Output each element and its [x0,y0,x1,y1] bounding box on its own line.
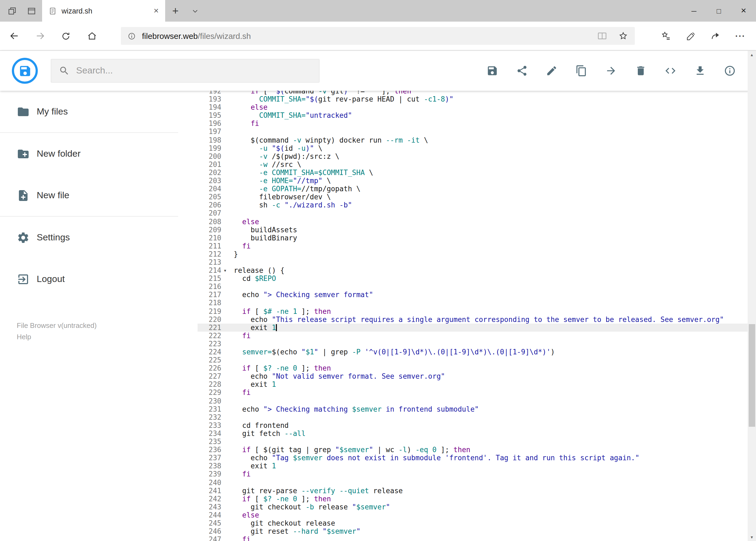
sidebar-item-new-file[interactable]: New file [0,175,178,216]
code-line[interactable]: 205 filebrowser/dev \ [197,193,747,201]
code-line[interactable]: 204 -e GOPATH=//tmp/gopath \ [197,185,747,193]
help-link[interactable]: Help [17,332,178,343]
tab-close-icon[interactable]: × [152,6,160,16]
browser-tab[interactable]: wizard.sh × [42,0,165,22]
code-line[interactable]: 238 exit 1 [197,462,747,470]
source-code-button[interactable] [664,65,676,77]
scroll-up-arrow[interactable]: ▲ [748,51,756,59]
code-line[interactable]: 228 exit 1 [197,380,747,389]
window-close-button[interactable]: × [731,0,756,22]
move-button[interactable] [605,65,617,77]
tab-preview-icon[interactable] [23,0,40,22]
share-button[interactable] [516,65,528,77]
code-line[interactable]: 219 if [ $# -ne 1 ]; then [197,307,747,315]
search-input[interactable] [76,65,312,76]
code-line[interactable]: 218 [197,299,747,307]
code-line[interactable]: 231 echo "> Checking matching $semver in… [197,405,747,413]
code-line[interactable]: 239 fi [197,470,747,478]
code-line[interactable]: 235 [197,437,747,446]
sidebar-item-my-files[interactable]: My files [0,91,178,132]
share-icon[interactable] [703,23,728,49]
sidebar-item-settings[interactable]: Settings [0,217,178,258]
code-line[interactable]: 220 echo "This release script requires a… [197,315,747,323]
delete-button[interactable] [634,65,646,77]
code-line[interactable]: 234 git fetch --all [197,429,747,437]
set-tabs-aside-icon[interactable] [3,0,21,22]
code-line[interactable]: 194 else [197,103,747,111]
code-line[interactable]: 224 semver=$(echo "$1" | grep -P '^v(0|[… [197,348,747,356]
info-button[interactable] [724,65,735,77]
code-line[interactable]: 226 if [ $? -ne 0 ]; then [197,364,747,372]
download-button[interactable] [694,65,706,77]
back-button[interactable] [1,23,27,49]
code-line[interactable]: 211 fi [197,242,747,250]
minimize-button[interactable]: ─ [681,0,706,22]
code-line[interactable]: 217 echo "> Checking semver format" [197,291,747,299]
code-line[interactable]: 207 [197,209,747,218]
code-line[interactable]: 213 [197,258,747,266]
sidebar-item-new-folder[interactable]: New folder [0,133,178,175]
hub-favorites-icon[interactable] [653,23,678,49]
code-line[interactable]: 237 echo "Tag $semver does not exist in … [197,454,747,462]
address-bar[interactable]: filebrowser.web/files/wizard.sh [121,27,635,45]
code-line[interactable]: 212} [197,250,747,258]
site-info-icon[interactable] [127,32,136,40]
code-line[interactable]: 216 [197,283,747,291]
code-line[interactable]: 206 sh -c "./wizard.sh -b" [197,201,747,209]
tab-chevron-icon[interactable] [186,0,204,22]
code-line[interactable]: 244 else [197,511,747,519]
maximize-button[interactable]: □ [706,0,731,22]
code-editor[interactable]: 192 if [ "$(command -v git)" != "" ]; th… [178,91,756,541]
code-line[interactable]: 215 cd $REPO [197,274,747,282]
more-menu-icon[interactable]: ··· [728,23,753,49]
refresh-button[interactable] [53,23,79,49]
code-line[interactable]: 210 buildBinary [197,234,747,242]
code-line[interactable]: 225 [197,356,747,364]
code-line[interactable]: 227 echo "Not valid semver format. See s… [197,372,747,380]
reading-view-icon[interactable] [597,31,607,41]
code-line[interactable]: 214▾release () { [197,266,747,274]
scroll-thumb[interactable] [749,324,755,427]
code-line[interactable]: 240 [197,478,747,486]
sidebar-item-logout[interactable]: Logout [0,258,178,300]
code-line[interactable]: 195 COMMIT_SHA="untracked" [197,112,747,120]
code-line[interactable]: 233 cd frontend [197,421,747,429]
code-line[interactable]: 243 git checkout -b release "$semver" [197,503,747,511]
code-line[interactable]: 230 [197,397,747,405]
code-line[interactable]: 201 -w //src \ [197,161,747,169]
scroll-down-arrow[interactable]: ▼ [748,533,756,541]
code-line[interactable]: 245 git checkout release [197,519,747,527]
code-line[interactable]: 202 -e COMMIT_SHA=$COMMIT_SHA \ [197,169,747,177]
home-button[interactable] [79,23,105,49]
code-line[interactable]: 242 if [ $? -ne 0 ]; then [197,495,747,503]
page-scrollbar[interactable]: ▲ ▼ [748,51,756,541]
favorite-star-icon[interactable] [618,31,629,41]
code-line[interactable]: 241 git rev-parse --verify --quiet relea… [197,486,747,495]
code-line[interactable]: 208 else [197,218,747,226]
fold-marker-icon[interactable]: ▾ [221,266,234,274]
code-line[interactable]: 199 -u "$(id -u)" \ [197,144,747,152]
code-line[interactable]: 246 git reset --hard "$semver" [197,527,747,535]
code-line[interactable]: 229 fi [197,389,747,397]
code-line[interactable]: 223 [197,340,747,348]
code-line[interactable]: 196 fi [197,120,747,128]
code-line[interactable]: 232 [197,413,747,421]
code-line[interactable]: 197 [197,128,747,136]
code-line[interactable]: 192 if [ "$(command -v git)" != "" ]; th… [197,91,747,95]
code-line[interactable]: 236 if [ $(git tag | grep "$semver" | wc… [197,446,747,454]
code-line[interactable]: 200 -v /$(pwd):/src:z \ [197,152,747,161]
code-line[interactable]: 198 $(command -v winpty) docker run --rm… [197,136,747,144]
code-line[interactable]: 203 -e HOME="//tmp" \ [197,177,747,185]
forward-button[interactable] [27,23,53,49]
code-line[interactable]: 193 COMMIT_SHA="$(git rev-parse HEAD | c… [197,95,747,103]
app-logo[interactable] [12,58,38,84]
copy-button[interactable] [575,65,587,77]
new-tab-button[interactable]: + [165,0,186,22]
search-box[interactable] [51,59,320,83]
edit-button[interactable] [546,65,557,77]
code-line[interactable]: 222 fi [197,332,747,340]
save-button[interactable] [486,65,498,77]
web-note-pen-icon[interactable] [678,23,703,49]
code-line[interactable]: 209 buildAssets [197,226,747,234]
code-line[interactable]: 247 fi [197,535,747,541]
